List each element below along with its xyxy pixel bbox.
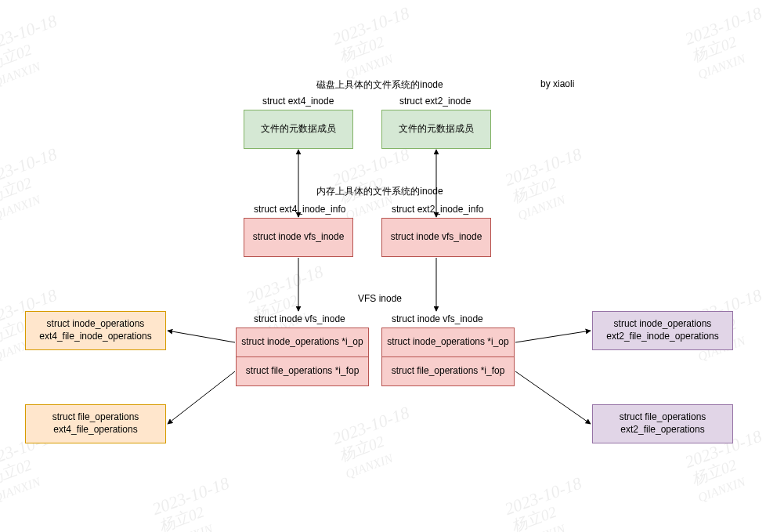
ext4-fop-box: struct file_operations *i_fop [236,356,369,386]
byline: by xiaoli [540,78,574,89]
ext2-fop-box: struct file_operations *i_fop [381,356,515,386]
ext2-vfs-inode-box: struct inode vfs_inode [381,218,491,257]
ext4-inode-ops-box: struct inode_operations ext4_file_inode_… [25,311,166,350]
watermark: 2023-10-18杨立02QIANXIN [502,145,596,223]
ext2-inode-ops-box: struct inode_operations ext2_file_inode_… [592,311,733,350]
svg-line-5 [168,371,235,424]
watermark: 2023-10-18杨立02QIANXIN [150,474,244,532]
ext4-file-ops-box: struct file_operations ext4_file_operati… [25,404,166,443]
ext4-bottom-vfs-label: struct inode vfs_inode [254,313,345,324]
svg-line-6 [515,331,591,342]
ext2-iop-box: struct inode_operations *i_op [381,328,515,357]
watermark: 2023-10-18杨立02QIANXIN [502,474,596,532]
ext2-metadata-box: 文件的元数据成员 [381,110,491,149]
ext4-iop-box: struct inode_operations *i_op [236,328,369,357]
watermark: 2023-10-18杨立02QIANXIN [682,4,766,82]
ext2-inode-info-label: struct ext2_inode_info [392,204,483,215]
svg-line-4 [168,331,235,342]
watermark: 2023-10-18杨立02QIANXIN [0,12,71,90]
title-disk-inode: 磁盘上具体的文件系统的inode [286,78,474,92]
title-vfs-inode: VFS inode [345,293,415,304]
watermark: 2023-10-18杨立02QIANXIN [0,145,71,223]
watermark: 2023-10-18杨立02QIANXIN [330,4,424,82]
title-mem-inode: 内存上具体的文件系统的inode [286,185,474,198]
ext4-inode-struct-label: struct ext4_inode [262,96,334,107]
ext4-vfs-inode-box: struct inode vfs_inode [244,218,353,257]
ext4-metadata-box: 文件的元数据成员 [244,110,353,149]
ext2-bottom-vfs-label: struct inode vfs_inode [392,313,483,324]
ext2-inode-struct-label: struct ext2_inode [399,96,471,107]
ext4-inode-info-label: struct ext4_inode_info [254,204,345,215]
watermark: 2023-10-18杨立02QIANXIN [330,404,424,482]
ext2-file-ops-box: struct file_operations ext2_file_operati… [592,404,733,443]
svg-line-7 [515,371,591,424]
